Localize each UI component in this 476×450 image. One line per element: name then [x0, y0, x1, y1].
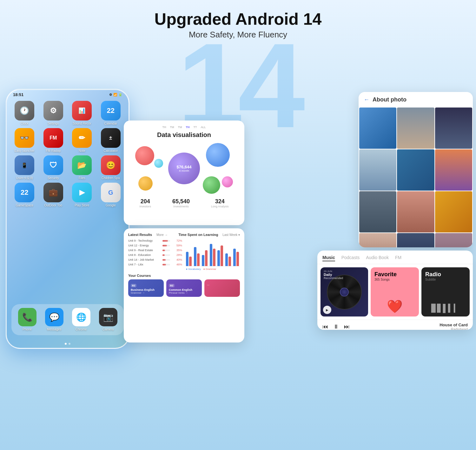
pause-button[interactable]: ⏸ [333, 323, 339, 330]
photo-family[interactable] [397, 108, 434, 149]
app-settings[interactable]: ⚙ Settings [40, 101, 67, 126]
dock-camera[interactable]: 📷 Camera [96, 308, 121, 331]
latest-results-section: Unit 9 - Technology 72% Unit 12 - Energy… [128, 239, 182, 271]
tab-music[interactable]: Music [322, 255, 335, 261]
dock-messages[interactable]: 💬 Messages [42, 308, 67, 331]
course-level-b2-2: B2 [169, 284, 175, 287]
app-calendar[interactable]: 22 Calendar [98, 101, 124, 126]
bubble-blue [206, 143, 230, 167]
music-album: 29 JUN Daily Recommended ▶ [321, 267, 368, 316]
app-calc[interactable]: ± Calculator [98, 128, 124, 153]
app-security[interactable]: 🛡 Security [40, 155, 67, 180]
app-children[interactable]: 😊 Children Spa [98, 155, 124, 180]
course-name-common: Common English [169, 288, 199, 291]
app-sound[interactable]: 📊 Sound Recor [69, 101, 95, 126]
photo-portrait[interactable] [359, 233, 396, 247]
app-fm[interactable]: FM FM Radop [40, 128, 67, 153]
bar-blue-5 [217, 250, 220, 266]
data-viz-title: Data visualisation [129, 131, 239, 139]
more-link[interactable]: More → [156, 233, 168, 237]
bar-tech [162, 240, 168, 242]
app-label-clock: Clock [21, 122, 29, 126]
photo-woman[interactable] [435, 233, 472, 247]
music-card: Music Podcasts Audio Book FM 29 JUN Dail… [317, 251, 473, 330]
app-play[interactable]: ▶ Play Store [69, 183, 95, 207]
timeline-th2[interactable]: TH [186, 126, 189, 129]
row-tech: Unit 9 - Technology 72% [128, 239, 182, 242]
photo-mountain[interactable] [359, 108, 396, 149]
timeline-th1[interactable]: TH [162, 126, 166, 129]
tab-fm[interactable]: FM [395, 255, 401, 261]
song-title: House of Card [440, 323, 468, 327]
photo-snow[interactable] [359, 149, 396, 191]
stat-324: 324 Long Analysis [211, 198, 229, 208]
tab-podcasts[interactable]: Podcasts [341, 255, 360, 261]
photo-sunset[interactable] [435, 149, 472, 191]
bar-blue-3 [202, 255, 204, 266]
app-label-play: Play Store [75, 204, 89, 207]
app-usim[interactable]: 📱 Usim卡应用 [11, 155, 38, 180]
course-business[interactable]: B2 Business English Grammer → [128, 279, 164, 297]
photo-lights[interactable] [435, 191, 472, 232]
bar-blue-7 [233, 249, 236, 266]
bar-energy [162, 245, 167, 246]
app-files[interactable]: 📂 Files [69, 155, 95, 180]
prev-button[interactable]: ⏮ [322, 323, 328, 330]
app-icon-fm: FM [43, 128, 63, 148]
photo-city2[interactable] [397, 233, 434, 247]
row-label-litix: Unit 7 - Litix [128, 263, 160, 266]
app-note[interactable]: ✏ Note [69, 128, 95, 153]
music-favorite-card[interactable]: Favorite 365 Songs ❤️ [371, 267, 419, 316]
timeline-tm1[interactable]: TM [170, 126, 174, 129]
photo-city[interactable] [435, 108, 472, 149]
photo-back-button[interactable]: ← [364, 96, 369, 103]
radio-title: Radio [425, 271, 466, 278]
next-button[interactable]: ⏭ [344, 323, 350, 330]
album-info: 29 JUN Daily Recommended [324, 270, 343, 280]
dock-phone[interactable]: 📞 Phone [15, 308, 40, 331]
app-icon-note: ✏ [72, 128, 92, 148]
app-outdoor[interactable]: 💼 OutDoor Too [40, 183, 67, 207]
course-extra[interactable] [204, 279, 240, 297]
timeline-tm2[interactable]: TM [178, 126, 182, 129]
app-icon-easy: 👓 [15, 128, 34, 148]
bar-bg-energy [162, 245, 170, 246]
app-label-note: Note [79, 149, 85, 153]
stat-label-324: Long Analysis [211, 205, 229, 208]
album-recommended: Recommended [324, 277, 343, 280]
latest-results-title: Latest Results [128, 233, 152, 237]
app-easy[interactable]: 👓 Easy launcher [11, 128, 38, 153]
photo-redhair[interactable] [397, 191, 434, 232]
album-vinyl [327, 275, 362, 310]
data-stats: 204 Investors 65,540 Investments 324 Lon… [129, 198, 239, 208]
bar-group-5 [217, 245, 224, 266]
timeline-all[interactable]: ALL [201, 126, 206, 129]
app-game[interactable]: 22 GameSpace [11, 183, 38, 207]
tab-audiobook[interactable]: Audio Book [366, 255, 389, 261]
dock-chrome[interactable]: 🌐 Chrome [69, 308, 94, 331]
phone-frame: 18:51 ⚙ 📶 🔋 🕐 Clock ⚙ Settings 📊 Sound R… [6, 89, 129, 349]
page-subtitle: More Safety, More Fluency [0, 30, 476, 40]
bar-bg-job [162, 259, 170, 261]
dock-icon-chrome: 🌐 [72, 308, 90, 326]
phone-mockup: 18:51 ⚙ 📶 🔋 🕐 Clock ⚙ Settings 📊 Sound R… [6, 89, 129, 438]
photo-sea[interactable] [397, 149, 434, 191]
app-google[interactable]: G Google [98, 183, 124, 207]
album-play-button[interactable]: ▶ [323, 306, 331, 314]
app-clock[interactable]: 🕐 Clock [11, 101, 38, 126]
pct-tech: 72% [173, 239, 182, 242]
stat-65540: 65,540 Investments [172, 198, 190, 208]
app-icon-outdoor: 💼 [43, 183, 63, 202]
dot-1 [65, 343, 67, 345]
dock-label-phone: Phone [23, 328, 32, 331]
photo-group[interactable] [359, 191, 396, 232]
photo-card-header: ← About photo [359, 92, 473, 108]
app-label-fm: FM Radop [46, 149, 61, 153]
course-common[interactable]: B2 Common English Phrasal Verbs → [166, 279, 202, 297]
bubble-green [203, 176, 220, 194]
period-label[interactable]: Last Week ▾ [222, 233, 240, 237]
app-label-files: Files [79, 176, 85, 180]
timeline-tt[interactable]: TT [193, 126, 197, 129]
music-radio-card[interactable]: Radio Subtitle ▊▋▌▍▎ [421, 267, 470, 316]
bubble-main-value: $76,644 [177, 165, 192, 169]
